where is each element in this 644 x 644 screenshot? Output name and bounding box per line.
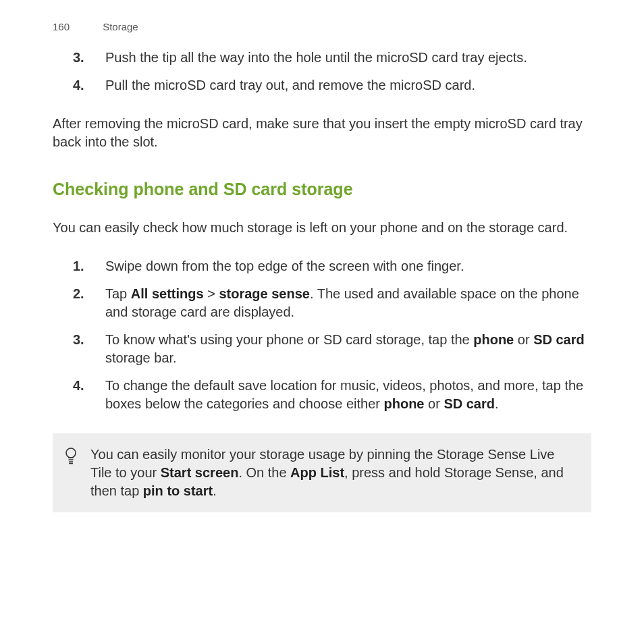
page-container: 160 Storage 3. Push the tip all the way … (0, 0, 644, 533)
bold-run: phone (384, 396, 425, 411)
list-item: 4. To change the default save location f… (53, 377, 591, 413)
step-text: To change the default save location for … (105, 377, 591, 413)
tip-text: You can easily monitor your storage usag… (90, 446, 576, 500)
text-run: . On the (238, 465, 290, 480)
section-title: Checking phone and SD card storage (53, 178, 591, 201)
list-item: 1. Swipe down from the top edge of the s… (53, 257, 591, 275)
step-text: To know what's using your phone or SD ca… (105, 331, 591, 367)
text-run: or (425, 396, 444, 411)
step-text: Tap All settings > storage sense. The us… (105, 285, 591, 321)
bold-run: pin to start (143, 483, 213, 498)
step-number: 1. (73, 257, 105, 275)
step-number: 3. (73, 331, 105, 367)
step-number: 2. (73, 285, 105, 321)
list-item: 3. Push the tip all the way into the hol… (53, 49, 591, 67)
text-run: or (514, 332, 533, 347)
bold-run: SD card (533, 332, 585, 347)
text-run: To know what's using your phone or SD ca… (105, 332, 473, 347)
step-text: Push the tip all the way into the hole u… (105, 49, 591, 67)
text-run: Tap (105, 286, 131, 301)
list-item: 3. To know what's using your phone or SD… (53, 331, 591, 367)
list-item: 4. Pull the microSD card tray out, and r… (53, 76, 591, 95)
bold-run: storage sense (219, 286, 310, 301)
text-run: . (213, 483, 217, 498)
bold-run: All settings (131, 286, 204, 301)
steps-list: 1. Swipe down from the top edge of the s… (53, 257, 591, 413)
bold-run: phone (473, 332, 514, 347)
text-run: . (495, 396, 499, 411)
section-intro: You can easily check how much storage is… (53, 219, 591, 237)
bold-run: Start screen (161, 465, 239, 480)
prev-steps-list: 3. Push the tip all the way into the hol… (53, 49, 591, 95)
list-item: 2. Tap All settings > storage sense. The… (53, 285, 591, 321)
text-run: To change the default save location for … (105, 378, 583, 411)
bold-run: App List (290, 465, 344, 480)
tip-box: You can easily monitor your storage usag… (53, 433, 591, 512)
text-run: > (204, 286, 219, 301)
bold-run: SD card (444, 396, 495, 411)
lightbulb-icon (62, 446, 80, 466)
step-number: 3. (73, 49, 105, 67)
step-number: 4. (73, 377, 105, 413)
step-text: Pull the microSD card tray out, and remo… (105, 76, 591, 95)
text-run: storage bar. (105, 350, 177, 365)
step-text: Swipe down from the top edge of the scre… (105, 257, 591, 275)
page-header: 160 Storage (53, 20, 591, 34)
step-number: 4. (73, 76, 105, 95)
svg-point-0 (66, 448, 76, 458)
page-number: 160 (53, 20, 100, 34)
after-removing-note: After removing the microSD card, make su… (53, 115, 591, 151)
section-name: Storage (103, 21, 138, 32)
